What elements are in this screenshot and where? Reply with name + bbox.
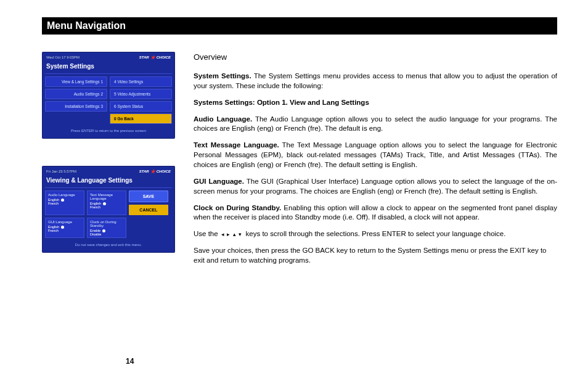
menu-item: View & Lang Settings 1 bbox=[45, 76, 107, 87]
tv-footer-hint: Press ENTER to return to the previous sc… bbox=[45, 124, 172, 133]
overview-heading: Overview bbox=[194, 52, 557, 63]
arrow-keys-icon: ◂ ▸ ▴ ▾ bbox=[220, 231, 244, 237]
paragraph: Use the ◂ ▸ ▴ ▾ keys to scroll through t… bbox=[194, 229, 557, 239]
radio-icon bbox=[102, 229, 105, 232]
menu-item: 5 Video Adjustments bbox=[110, 89, 172, 99]
paragraph: Clock on During Standby. Enabling this o… bbox=[194, 203, 557, 223]
menu-item: Audio Settings 2 bbox=[45, 89, 107, 99]
tv-datetime: Fri Jan 23 5:57PM bbox=[46, 170, 76, 173]
tv-datetime: Wed Oct 17 9:03PM bbox=[46, 55, 80, 59]
paragraph: GUI Language. The GUI (Graphical User In… bbox=[194, 177, 557, 197]
menu-item: 6 System Status bbox=[110, 101, 172, 112]
starchoice-logo: STAR ★ CHOICE bbox=[139, 55, 171, 59]
menu-item: Installation Settings 3 bbox=[45, 101, 107, 112]
viewing-lang-settings-screenshot: Fri Jan 23 5:57PM STAR ★ CHOICE Viewing … bbox=[42, 166, 175, 253]
tv-screen-title: System Settings bbox=[45, 62, 172, 74]
paragraph: Text Message Language. The Text Message … bbox=[194, 141, 557, 170]
screenshots-column: Wed Oct 17 9:03PM STAR ★ CHOICE System S… bbox=[42, 52, 175, 272]
audio-language-cell: Audio Language English French bbox=[45, 190, 84, 215]
radio-icon bbox=[103, 202, 106, 205]
starchoice-logo: STAR ★ CHOICE bbox=[139, 170, 171, 173]
text-msg-language-cell: Text Message Language English French bbox=[87, 190, 126, 215]
save-button: SAVE bbox=[129, 190, 168, 202]
radio-icon bbox=[61, 226, 64, 229]
subsection-heading: Systems Settings: Option 1. View and Lan… bbox=[194, 98, 557, 108]
system-settings-screenshot: Wed Oct 17 9:03PM STAR ★ CHOICE System S… bbox=[42, 52, 175, 139]
cancel-button: CANCEL bbox=[129, 205, 168, 215]
paragraph: Audio Language. The Audio Language optio… bbox=[194, 115, 557, 134]
go-back-item: 0 Go Back bbox=[110, 113, 172, 124]
paragraph: System Settings. The System Settings men… bbox=[194, 72, 557, 91]
section-header: Menu Navigation bbox=[42, 17, 557, 35]
paragraph: Save your choices, then press the GO BAC… bbox=[194, 246, 557, 266]
tv-screen-title: Viewing & Language Settings bbox=[45, 176, 172, 188]
page-number: 14 bbox=[126, 357, 134, 366]
body-text-column: Overview System Settings. The System Set… bbox=[194, 52, 557, 272]
tv-footer-hint: Do not save changes and exit this menu. bbox=[45, 238, 172, 247]
radio-icon bbox=[61, 199, 64, 202]
menu-item: 4 Video Settings bbox=[110, 76, 172, 87]
clock-standby-cell: Clock on During Standby Enable Disable bbox=[87, 218, 126, 238]
gui-language-cell: GUI Language English French bbox=[45, 218, 84, 238]
